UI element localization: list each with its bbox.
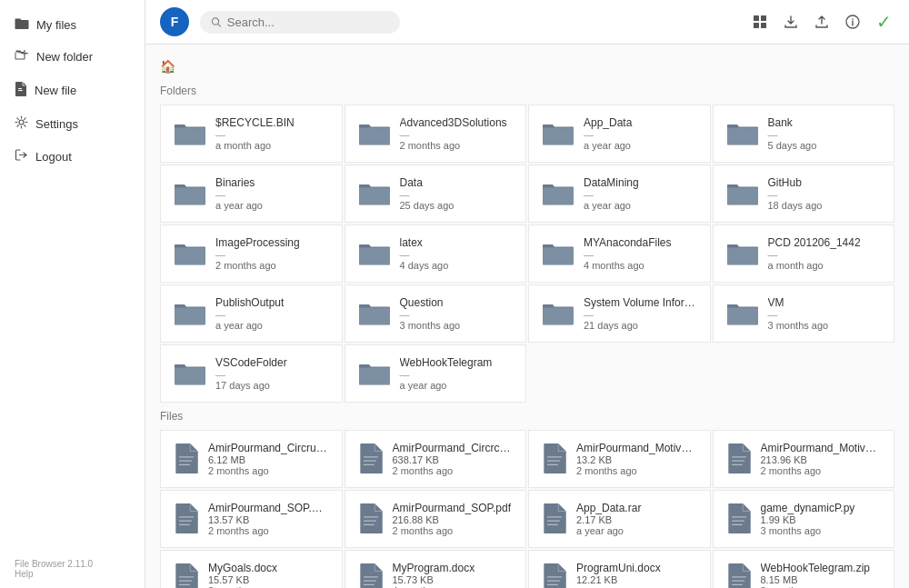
folder-info: GitHub — 18 days ago [768, 176, 882, 211]
info-button[interactable] [842, 11, 864, 33]
sidebar-item-my-files[interactable]: My files [0, 9, 145, 40]
file-item[interactable]: AmirPourmand_CircrculumVi... 638.17 KB 2… [345, 430, 527, 488]
folder-item[interactable]: VSCodeFolder — 17 days ago [160, 344, 343, 403]
sidebar-item-logout[interactable]: Logout [0, 140, 145, 173]
content-area: 🏠 Folders $RECYCLE.BIN — a month ago Adv… [145, 45, 909, 588]
sidebar-item-new-folder[interactable]: New folder [0, 40, 145, 74]
file-item[interactable]: AmirPourmand_SOP.docx 13.57 KB 2 months … [160, 490, 343, 548]
folder-info: App_Data — a year ago [584, 116, 697, 151]
sidebar: My files New folder New file Settings Lo… [0, 0, 145, 588]
folder-item[interactable]: DataMining — a year ago [528, 164, 711, 223]
folder-date: a year ago [584, 140, 697, 151]
file-icon [174, 443, 199, 474]
download-button[interactable] [780, 11, 802, 33]
file-info: AmirPourmand_SOP.docx 13.57 KB 2 months … [208, 502, 329, 536]
file-item[interactable]: ProgramUni.docx 12.21 KB a year ago [528, 550, 711, 588]
file-icon [542, 443, 567, 474]
file-size: 216.88 KB [393, 514, 514, 525]
search-input[interactable] [227, 15, 389, 29]
folder-icon [542, 241, 574, 266]
svg-rect-1 [24, 50, 25, 57]
folder-date: 5 days ago [768, 140, 882, 151]
file-item[interactable]: App_Data.rar 2.17 KB a year ago [528, 490, 711, 548]
check-button[interactable]: ✓ [873, 11, 894, 33]
folder-dash: — [584, 129, 697, 140]
folder-item[interactable]: Bank — 5 days ago [713, 105, 895, 163]
file-name: AmirPourmand_SOP.docx [208, 502, 329, 514]
file-info: game_dynamicP.py 1.99 KB 3 months ago [761, 502, 882, 536]
grid-view-button[interactable] [749, 11, 771, 33]
file-size: 1.99 KB [761, 514, 882, 525]
logout-icon [15, 148, 28, 164]
upload-button[interactable] [811, 11, 833, 33]
breadcrumb[interactable]: 🏠 [160, 59, 894, 74]
folder-icon [542, 181, 574, 206]
folder-item[interactable]: ImageProcessing — 2 months ago [160, 224, 343, 283]
file-item[interactable]: AmirPourmand_Motivation.... 13.2 KB 2 mo… [528, 430, 711, 488]
folder-info: Data — 25 days ago [400, 176, 514, 211]
folder-item[interactable]: PCD 201206_1442 — a month ago [713, 224, 895, 283]
folder-item[interactable]: App_Data — a year ago [528, 105, 711, 163]
folder-name: Data [400, 176, 514, 189]
file-info: AmirPourmand_Motivation.... 213.96 KB 2 … [761, 442, 882, 476]
folder-icon [174, 121, 206, 146]
svg-rect-10 [754, 23, 759, 28]
folder-info: ImageProcessing — 2 months ago [215, 236, 329, 271]
search-box[interactable] [200, 11, 400, 34]
folder-item[interactable]: Data — 25 days ago [345, 164, 527, 223]
folder-item[interactable]: VM — 3 months ago [713, 284, 895, 343]
folder-item[interactable]: Question — 3 months ago [345, 284, 527, 343]
folder-info: latex — 4 days ago [400, 236, 514, 271]
folder-date: a year ago [584, 200, 697, 211]
folder-icon [726, 121, 759, 146]
folder-dash: — [215, 189, 329, 200]
folder-item[interactable]: System Volume Information — 21 days ago [528, 284, 711, 343]
folder-date: 17 days ago [215, 380, 329, 391]
folder-icon [174, 301, 206, 326]
folder-name: Bank [768, 116, 882, 129]
folder-icon [542, 301, 574, 326]
file-icon [542, 563, 567, 588]
folder-info: System Volume Information — 21 days ago [584, 296, 697, 331]
file-name: game_dynamicP.py [761, 502, 882, 514]
file-info: ProgramUni.docx 12.21 KB a year ago [576, 562, 697, 588]
folder-item[interactable]: latex — 4 days ago [345, 224, 527, 283]
folder-date: 3 months ago [400, 320, 514, 331]
folder-dash: — [215, 369, 329, 380]
folder-item[interactable]: WebHookTelegram — a year ago [345, 344, 527, 403]
folder-date: 2 months ago [215, 260, 329, 271]
file-item[interactable]: WebHookTelegram.zip 8.15 MB 8 months ago [713, 550, 895, 588]
file-info: App_Data.rar 2.17 KB a year ago [576, 502, 697, 536]
file-item[interactable]: game_dynamicP.py 1.99 KB 3 months ago [713, 490, 895, 548]
sidebar-item-new-file[interactable]: New file [0, 74, 145, 107]
file-item[interactable]: MyProgram.docx 15.73 KB 4 months ago [345, 550, 527, 588]
folder-item[interactable]: $RECYCLE.BIN — a month ago [160, 105, 343, 163]
file-icon [358, 503, 384, 534]
folder-item[interactable]: Binaries — a year ago [160, 164, 343, 223]
file-item[interactable]: AmirPourmand_Motivation.... 213.96 KB 2 … [713, 430, 895, 488]
svg-rect-3 [18, 90, 23, 91]
folder-name: App_Data [584, 116, 697, 129]
file-item[interactable]: AmirPourmand_CircrulumVi.... 6.12 MB 2 m… [160, 430, 343, 488]
file-size: 13.57 KB [208, 514, 329, 525]
folder-item[interactable]: MYAnacondaFiles — 4 months ago [528, 224, 711, 283]
file-date: 2 months ago [393, 465, 514, 476]
file-item[interactable]: MyGoals.docx 15.57 KB 2 months ago [160, 550, 343, 588]
sidebar-label-settings: Settings [35, 117, 78, 131]
file-date: 2 months ago [208, 465, 329, 476]
folder-info: Bank — 5 days ago [768, 116, 882, 151]
folder-item[interactable]: PublishOutput — a year ago [160, 284, 343, 343]
folder-date: 18 days ago [768, 200, 882, 211]
folder-item[interactable]: Advanced3DSolutions — 2 months ago [345, 105, 527, 163]
folder-icon [358, 241, 391, 266]
sidebar-item-settings[interactable]: Settings [0, 107, 145, 140]
file-info: WebHookTelegram.zip 8.15 MB 8 months ago [761, 562, 882, 588]
folder-item[interactable]: GitHub — 18 days ago [713, 164, 895, 223]
folders-section-label: Folders [160, 85, 894, 97]
folder-date: a month ago [215, 140, 329, 151]
file-item[interactable]: AmirPourmand_SOP.pdf 216.88 KB 2 months … [345, 490, 527, 548]
file-icon [542, 503, 567, 534]
file-name: AmirPourmand_CircrulumVi.... [208, 442, 329, 454]
folder-info: PublishOutput — a year ago [215, 296, 329, 331]
file-info: MyProgram.docx 15.73 KB 4 months ago [393, 562, 514, 588]
